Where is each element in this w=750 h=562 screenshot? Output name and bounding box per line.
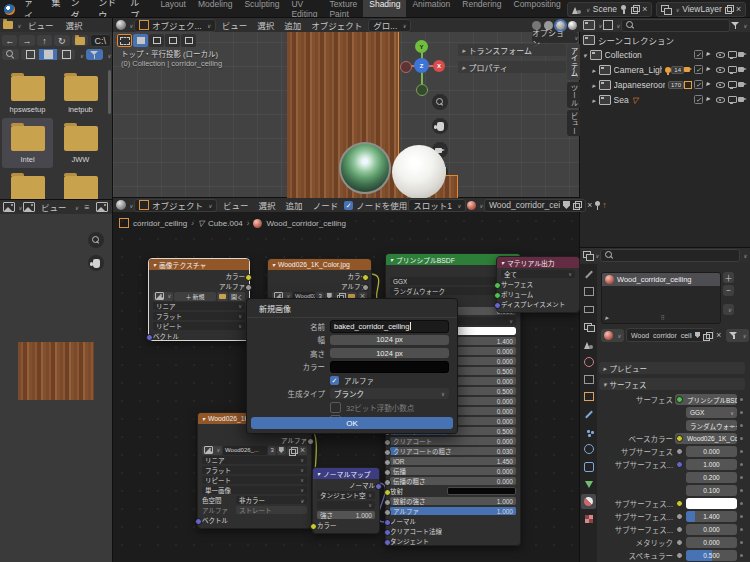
node-dropdown[interactable]: リニア: [153, 302, 245, 310]
float32-checkbox[interactable]: [330, 402, 341, 413]
slot-dropdown[interactable]: スロット1: [408, 199, 466, 212]
file-browser-editor-icon[interactable]: [3, 21, 13, 29]
image-name-input[interactable]: baked_corridor_ceiling: [330, 320, 449, 333]
animate-dot[interactable]: [740, 476, 743, 479]
row-camera-light[interactable]: Camera_Light 14: [580, 62, 750, 77]
ok-button[interactable]: OK: [251, 417, 453, 429]
bsdf-property-row[interactable]: 伝播の粗さ 0.000: [390, 477, 516, 485]
material-slot-item[interactable]: Wood_corridor_ceiling: [602, 273, 720, 286]
alpha-mode-dropdown[interactable]: ストレート: [236, 506, 307, 514]
transform-orientation-dropdown[interactable]: グロ...: [368, 19, 411, 32]
eye-icon[interactable]: [716, 50, 725, 59]
eye-icon[interactable]: [716, 80, 725, 89]
path-input[interactable]: C:\: [90, 34, 112, 47]
property-row[interactable]: サブサーフェス...: [599, 498, 743, 509]
bsdf-property-row[interactable]: ノーマル: [390, 517, 516, 525]
menu-item[interactable]: ビュー: [217, 19, 253, 31]
selectable-checkbox[interactable]: [694, 95, 703, 104]
workspace-tab[interactable]: UV Editing: [285, 0, 323, 20]
refresh-button[interactable]: ↻: [54, 35, 69, 46]
up-button[interactable]: ↑: [37, 35, 52, 46]
breadcrumb-material[interactable]: Wood_corridor_ceiling: [266, 219, 345, 228]
material-slot-list[interactable]: Wood_corridor_ceiling ⠿: [601, 272, 721, 324]
menu-hamburger[interactable]: ≡: [80, 202, 95, 212]
material-name-field[interactable]: Wood_corridor_ceiling: [484, 199, 586, 212]
row-sea[interactable]: Sea: [580, 92, 750, 107]
workspace-tab[interactable]: Rendering: [456, 0, 507, 20]
menu-item[interactable]: ノード: [308, 199, 344, 211]
bsdf-property-row[interactable]: IOR 1.450: [390, 457, 516, 465]
tab-object-data[interactable]: [581, 477, 596, 492]
node-dropdown[interactable]: リピート: [153, 322, 245, 330]
open-image-button[interactable]: 開く: [229, 292, 245, 301]
image-browse-button[interactable]: [153, 292, 173, 301]
tab-object[interactable]: [581, 389, 596, 404]
scene-selector[interactable]: Scene: [567, 2, 652, 17]
socket-surface-in[interactable]: [494, 282, 501, 289]
sidebar-tab[interactable]: アイテム: [567, 44, 580, 80]
property-row[interactable]: 0.100: [599, 485, 743, 496]
tab-physics[interactable]: [581, 442, 596, 457]
animate-dot[interactable]: [740, 398, 743, 401]
users-count[interactable]: 3: [268, 446, 275, 455]
folder-tile[interactable]: JWW: [55, 118, 106, 168]
camera-icon[interactable]: [738, 65, 747, 74]
menu-item[interactable]: オブジェクト: [306, 19, 367, 31]
properties-search-input[interactable]: [600, 249, 740, 262]
node-image-texture[interactable]: 画像テクスチャ カラー アルファ ＋ 新規 開く リニアフラットリピート ベクト…: [148, 258, 250, 341]
fake-user-button[interactable]: [277, 446, 286, 455]
properties-editor-icon[interactable]: [583, 251, 592, 259]
slot-specials-button[interactable]: [723, 304, 734, 315]
active-tool-select-box[interactable]: [117, 34, 132, 47]
axis-x-handle[interactable]: X: [433, 60, 445, 72]
node-dropdown[interactable]: リニア: [202, 456, 307, 464]
node-canvas[interactable]: corridor_ceiling Cube.004 Wood_corridor_…: [113, 212, 580, 562]
animate-dot[interactable]: [740, 437, 743, 440]
filter-button[interactable]: [86, 49, 103, 60]
expand-icon[interactable]: [583, 50, 587, 60]
wood-texture-image[interactable]: [18, 342, 94, 400]
scrollbar[interactable]: [108, 70, 111, 114]
bsdf-property-row[interactable]: クリアコート 0.000: [390, 437, 516, 445]
bsdf-property-row[interactable]: クリアコート法線: [390, 527, 516, 535]
cursor-icon[interactable]: [705, 50, 714, 59]
zoom-button[interactable]: [432, 94, 448, 110]
color-swatch[interactable]: [330, 361, 449, 373]
animate-dot[interactable]: [740, 424, 743, 427]
width-field[interactable]: 1024 px: [330, 335, 449, 345]
collapse-icon[interactable]: [501, 259, 504, 266]
back-button[interactable]: ←: [2, 35, 17, 46]
image-browse-button[interactable]: [202, 446, 222, 455]
collapse-icon[interactable]: [272, 261, 275, 268]
node-dropdown[interactable]: フラット: [202, 466, 307, 474]
close-icon[interactable]: [736, 4, 741, 14]
monitor-icon[interactable]: [727, 95, 736, 104]
display-mode-icon[interactable]: [603, 20, 613, 30]
node-normal-map[interactable]: ノーマルマップ ノーマル タンジェント空間 強さ1.000 カラー: [312, 467, 380, 534]
socket-color-out[interactable]: [362, 274, 369, 281]
folder-tile[interactable]: Intel: [2, 118, 53, 168]
viewport-editor-icon[interactable]: [116, 20, 126, 30]
menu-select[interactable]: 選択: [61, 19, 88, 31]
animate-dot[interactable]: [740, 489, 743, 492]
socket-vector-in[interactable]: [195, 518, 202, 525]
selectable-checkbox[interactable]: [694, 65, 703, 74]
strength-slider[interactable]: 強さ1.000: [317, 511, 375, 519]
animate-dot[interactable]: [740, 528, 743, 531]
open-folder-button[interactable]: [217, 292, 228, 301]
display-detail-button[interactable]: [57, 49, 75, 60]
bsdf-property-row[interactable]: タンジェント: [390, 537, 516, 545]
axis-y-neg-handle[interactable]: [416, 84, 428, 96]
panel-surface[interactable]: サーフェス: [599, 378, 745, 390]
copy-icon[interactable]: [725, 5, 733, 13]
viewport-3d[interactable]: オブジェク... ビュー選択追加オブジェクト グロ... オプション トップ・平…: [113, 18, 580, 198]
workspace-tab[interactable]: Compositing: [508, 0, 567, 20]
node-material-output[interactable]: マテリアル出力 全て サーフェス ボリューム ディスプレイスメント: [496, 256, 580, 313]
row-scene-collection[interactable]: シーンコレクション: [580, 32, 750, 47]
pin-icon[interactable]: [593, 201, 601, 210]
material-datablock-field[interactable]: Wood_corridor_ceiling: [626, 328, 714, 342]
display-list-button[interactable]: [21, 49, 39, 60]
unlink-button[interactable]: [298, 446, 307, 455]
socket-normal-out[interactable]: [375, 483, 382, 490]
node-dropdown[interactable]: リピート: [202, 476, 307, 484]
